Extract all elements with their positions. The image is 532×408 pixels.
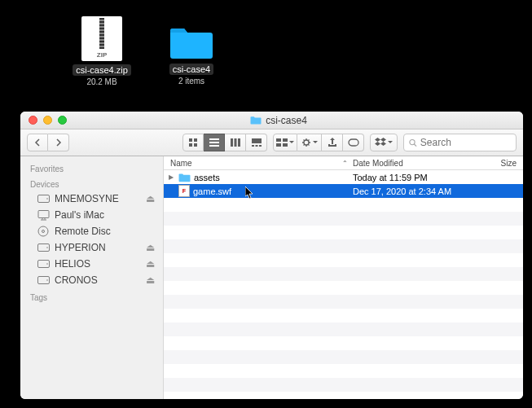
svg-rect-5 (209, 142, 219, 143)
file-row-swf[interactable]: Fgame.swf Dec 17, 2020 at 2:34 AM (164, 184, 523, 198)
eject-icon[interactable]: ⏏ (146, 274, 155, 286)
file-row-folder[interactable]: ▶assets Today at 11:59 PM (164, 170, 523, 184)
column-view-button[interactable] (225, 134, 246, 151)
svg-point-29 (46, 263, 48, 265)
svg-rect-2 (189, 143, 192, 147)
folder-icon (169, 24, 214, 60)
back-button[interactable] (27, 134, 48, 151)
svg-rect-7 (231, 138, 233, 147)
zip-icon: ZIP (81, 16, 122, 61)
column-headers[interactable]: Name⌃ Date Modified Size (164, 156, 523, 170)
sidebar: Favorites Devices MNEMOSYNE⏏ Paul's iMac… (20, 156, 164, 399)
view-switcher (182, 134, 267, 151)
column-name[interactable]: Name⌃ (164, 156, 353, 169)
drive-icon (37, 193, 50, 204)
desktop-icons-group: ZIP csi-case4.zip 20.2 MB csi-case4 2 it… (69, 16, 224, 86)
search-field[interactable] (403, 134, 517, 151)
svg-point-24 (38, 226, 48, 236)
svg-rect-12 (255, 145, 257, 147)
sidebar-heading-devices: Devices (20, 175, 163, 191)
svg-rect-14 (276, 138, 281, 142)
action-button[interactable] (297, 134, 322, 151)
desktop-item-label: csi-case4 (169, 64, 213, 75)
svg-rect-9 (238, 138, 240, 147)
svg-point-31 (46, 279, 48, 281)
swf-file-icon: F (178, 185, 190, 197)
file-list: ▶assets Today at 11:59 PM Fgame.swf Dec … (164, 170, 523, 399)
svg-point-27 (46, 247, 48, 248)
drive-icon (37, 274, 50, 286)
eject-icon[interactable]: ⏏ (146, 258, 155, 270)
svg-rect-16 (276, 143, 281, 147)
titlebar[interactable]: csi-case4 (20, 112, 523, 129)
finder-window: csi-case4 Favorites Devices (20, 112, 523, 399)
arrange-button[interactable] (273, 134, 297, 151)
computer-icon (37, 209, 50, 221)
column-size[interactable]: Size (475, 156, 523, 169)
search-input[interactable] (420, 137, 511, 148)
svg-rect-1 (194, 138, 197, 142)
desktop-item-subtext: 2 items (178, 77, 204, 86)
desktop-zip-file[interactable]: ZIP csi-case4.zip 20.2 MB (69, 16, 134, 86)
file-list-pane: Name⌃ Date Modified Size ▶assets Today a… (164, 156, 523, 399)
sidebar-device-cronos[interactable]: CRONOS⏏ (20, 272, 163, 288)
list-view-button[interactable] (204, 134, 225, 151)
column-date-modified[interactable]: Date Modified (353, 156, 475, 169)
drive-icon (37, 258, 50, 270)
share-button[interactable] (322, 134, 343, 151)
window-title: csi-case4 (34, 115, 523, 126)
svg-rect-8 (234, 138, 236, 147)
disc-icon (37, 226, 50, 237)
svg-rect-17 (283, 143, 288, 147)
svg-rect-3 (194, 143, 197, 147)
dropbox-button[interactable] (370, 134, 398, 151)
sidebar-heading-favorites: Favorites (20, 160, 163, 175)
gallery-view-button[interactable] (246, 134, 267, 151)
svg-rect-6 (209, 145, 219, 147)
nav-buttons (27, 134, 69, 151)
sort-ascending-icon: ⌃ (342, 160, 348, 167)
svg-rect-15 (283, 138, 288, 142)
svg-point-22 (46, 198, 48, 200)
forward-button[interactable] (48, 134, 69, 151)
svg-point-25 (42, 230, 45, 233)
svg-rect-11 (252, 145, 254, 147)
svg-point-20 (410, 139, 415, 144)
desktop-item-subtext: 20.2 MB (86, 77, 117, 86)
search-icon (409, 138, 417, 147)
desktop-item-label: csi-case4.zip (73, 64, 131, 76)
svg-rect-23 (38, 210, 49, 217)
desktop-folder[interactable]: csi-case4 2 items (159, 16, 224, 86)
drive-icon (37, 242, 50, 253)
sidebar-device-remote-disc[interactable]: Remote Disc (20, 223, 163, 239)
svg-rect-4 (209, 138, 219, 140)
svg-rect-0 (189, 138, 192, 142)
svg-rect-19 (349, 139, 358, 146)
eject-icon[interactable]: ⏏ (146, 242, 155, 253)
tags-button[interactable] (343, 134, 364, 151)
svg-rect-13 (259, 145, 262, 147)
toolbar (20, 129, 523, 156)
sidebar-heading-tags: Tags (20, 288, 163, 304)
sidebar-device-hyperion[interactable]: HYPERION⏏ (20, 239, 163, 256)
folder-icon (178, 173, 191, 182)
svg-rect-10 (252, 138, 262, 143)
icon-view-button[interactable] (182, 134, 204, 151)
eject-icon[interactable]: ⏏ (146, 193, 155, 204)
sidebar-device-mnemosyne[interactable]: MNEMOSYNE⏏ (20, 191, 163, 207)
sidebar-device-helios[interactable]: HELIOS⏏ (20, 256, 163, 272)
disclosure-triangle-icon[interactable]: ▶ (169, 173, 175, 181)
sidebar-device-imac[interactable]: Paul's iMac (20, 207, 163, 223)
